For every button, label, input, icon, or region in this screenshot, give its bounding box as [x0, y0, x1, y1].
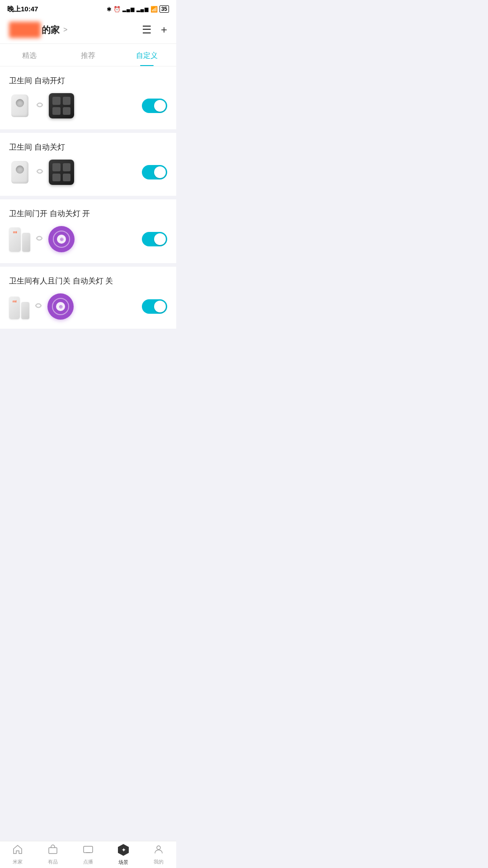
automation-row-1	[9, 93, 167, 118]
switch-device-icon-2	[49, 160, 74, 185]
header-right: ☰ +	[142, 24, 167, 36]
status-icons: ✱ ⏰ ▂▄▆ ▂▄▆ 📶 35	[107, 5, 169, 13]
status-time: 晚上10:47	[7, 5, 38, 14]
wifi-icon: 📶	[150, 6, 158, 13]
user-avatar-blurred	[9, 22, 41, 38]
toggle-2[interactable]	[142, 165, 167, 179]
automation-card-3: 卫生间门开 自动关灯 开 mi	[0, 199, 176, 263]
link-icon-4	[33, 302, 44, 311]
tab-custom[interactable]: 自定义	[117, 47, 176, 66]
signal-icon-2: ▂▄▆	[136, 6, 149, 12]
home-title: 的家	[42, 24, 60, 36]
tab-recommended[interactable]: 推荐	[59, 47, 117, 66]
automation-title-3: 卫生间门开 自动关灯 开	[9, 208, 167, 219]
door-sensor-icon-1: mi	[9, 226, 30, 252]
devices-group-4: mi ⊕	[9, 293, 74, 320]
door-sensor-icon-2: mi	[9, 294, 29, 319]
battery-icon: 35	[160, 5, 169, 13]
switch-device-icon-1	[49, 93, 74, 118]
automation-title-1: 卫生间 自动开灯	[9, 75, 167, 86]
automation-row-2	[9, 160, 167, 185]
automation-card-1: 卫生间 自动开灯	[0, 66, 176, 129]
link-icon-2	[34, 168, 45, 177]
motion-sensor-icon-2	[9, 160, 31, 185]
tab-featured[interactable]: 精选	[0, 47, 59, 66]
alarm-icon: ⏰	[113, 6, 121, 13]
content-area: 卫生间 自动开灯	[0, 66, 176, 363]
automation-card-4: 卫生间有人且门关 自动关灯 关 mi	[0, 267, 176, 329]
status-bar: 晚上10:47 ✱ ⏰ ▂▄▆ ▂▄▆ 📶 35	[0, 0, 176, 16]
automation-row-3: mi ⊕	[9, 226, 167, 252]
automation-title-2: 卫生间 自动关灯	[9, 142, 167, 152]
toggle-4[interactable]	[142, 299, 167, 314]
hub-plug-icon-1: ⊕	[60, 236, 64, 242]
motion-sensor-icon-1	[9, 93, 31, 118]
hub-device-icon-1: ⊕	[48, 226, 75, 252]
hub-device-icon-2: ⊕	[47, 293, 74, 320]
automation-title-4: 卫生间有人且门关 自动关灯 关	[9, 276, 167, 286]
devices-group-1	[9, 93, 74, 118]
menu-button[interactable]: ☰	[142, 24, 152, 36]
link-icon-1	[34, 101, 45, 111]
add-button[interactable]: +	[161, 24, 167, 36]
signal-icon-1: ▂▄▆	[122, 6, 135, 12]
toggle-1[interactable]	[142, 99, 167, 113]
hub-plug-icon-2: ⊕	[59, 304, 63, 310]
header: 的家 > ☰ +	[0, 16, 176, 44]
header-left: 的家 >	[9, 22, 67, 38]
devices-group-3: mi ⊕	[9, 226, 75, 252]
toggle-3[interactable]	[142, 232, 167, 246]
link-icon-3	[34, 235, 45, 244]
automation-row-4: mi ⊕	[9, 293, 167, 320]
header-chevron-icon[interactable]: >	[63, 26, 67, 34]
bluetooth-icon: ✱	[107, 6, 112, 13]
devices-group-2	[9, 160, 74, 185]
automation-card-2: 卫生间 自动关灯	[0, 133, 176, 196]
tabs-bar: 精选 推荐 自定义	[0, 44, 176, 66]
